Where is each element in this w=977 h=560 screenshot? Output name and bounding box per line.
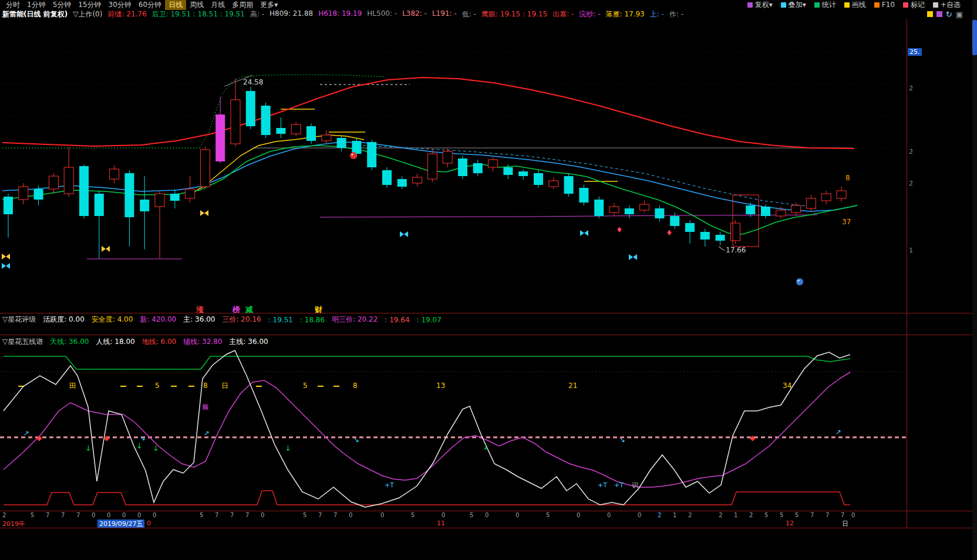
btn-add-watchlist[interactable]: +自选 [929, 0, 964, 10]
candle [761, 204, 770, 218]
candle-body-up [821, 194, 831, 201]
btn-mark-icon [903, 2, 908, 8]
btn-f10[interactable]: F10 [871, 0, 898, 10]
candle [609, 203, 619, 216]
btn-mark[interactable]: 标记 [899, 0, 928, 10]
axis-number: 5 [303, 512, 306, 518]
candle [564, 173, 574, 197]
candle-body-down [140, 200, 149, 211]
candle-body-down [215, 114, 225, 161]
btn-stats-label: 统计 [822, 0, 836, 10]
tab-1min[interactable]: 1分钟 [23, 0, 49, 10]
red-ma [2, 77, 854, 149]
candle-body-down [382, 170, 392, 185]
btn-overlay-icon [781, 2, 786, 8]
candle-body-up [64, 167, 73, 194]
right-axis-label: 2 [909, 180, 913, 187]
candle [776, 207, 786, 218]
candle-body-up [49, 176, 58, 189]
axis-number: 5 [200, 512, 203, 518]
candle [261, 103, 271, 138]
axis-number: 5 [780, 512, 783, 518]
wux_header-field-4: 辅线: 32.80 [183, 337, 222, 347]
refresh-icon[interactable]: ↻ [946, 10, 952, 19]
period-tabs: 分时1分钟5分钟15分钟30分钟60分钟日线周线月线多周期更多▾ [2, 0, 281, 10]
candle [49, 173, 58, 194]
candle [730, 220, 740, 244]
tab-multi-period[interactable]: 多周期 [228, 0, 257, 10]
tab-daily[interactable]: 日线 [165, 0, 186, 10]
info-field-8: 低: - [462, 9, 476, 19]
candle-body-up [489, 160, 498, 167]
candle-body-down [246, 91, 255, 126]
axis-number: 7 [318, 512, 322, 518]
candle [489, 157, 498, 171]
candle [685, 220, 695, 244]
yellow-square-icon[interactable] [927, 11, 933, 17]
chart-label: ↓ [136, 441, 143, 450]
axis-number: 2 [749, 512, 753, 518]
axis-number: 0 [442, 512, 445, 518]
candle-body-up [291, 124, 301, 134]
btn-stats[interactable]: 统计 [811, 0, 840, 10]
scrollbar[interactable] [972, 0, 977, 560]
tab-more[interactable]: 更多▾ [257, 0, 281, 10]
chart-label: 癫 [202, 403, 208, 411]
chart-label: ↗ [23, 429, 29, 437]
info-field-11: 浣纱: - [579, 9, 600, 19]
candle [534, 170, 543, 188]
btn-fuquan[interactable]: 复权▾ [744, 0, 776, 10]
candle [64, 147, 73, 197]
candle [427, 150, 437, 182]
chart-label: ↘ [353, 436, 359, 444]
candle [579, 185, 588, 205]
candle-body-down [594, 200, 604, 216]
toolbar-buttons: 复权▾叠加▾统计画线F10标记+自选 [744, 0, 972, 10]
candle [322, 130, 331, 144]
axis-number: 0 [516, 512, 519, 518]
wuxianpu-indicator-bar[interactable]: ▽星花五线谱天线: 36.00人线: 18.00地线: 6.00辅线: 32.8… [0, 337, 972, 347]
rating_row-field-10: : 19.07 [417, 316, 442, 324]
candle [110, 166, 119, 183]
tab-fenshi[interactable]: 分时 [2, 0, 23, 10]
btn-overlay[interactable]: 叠加▾ [777, 0, 810, 10]
candle [791, 203, 801, 216]
candle-body-down [655, 208, 664, 218]
candle [413, 174, 422, 187]
right-axis-label: 2 [909, 85, 913, 92]
tab-monthly[interactable]: 月线 [207, 0, 228, 10]
panel-divider-3 [0, 511, 972, 511]
purple-square-icon[interactable] [936, 11, 942, 17]
candle [625, 205, 634, 218]
tab-60min[interactable]: 60分钟 [135, 0, 165, 10]
tab-30min[interactable]: 30分钟 [105, 0, 135, 10]
btn-drawline[interactable]: 画线 [841, 0, 870, 10]
axis-number: 5 [546, 512, 550, 518]
candle-body-down [79, 166, 89, 216]
info-field-2: 高: - [250, 9, 264, 19]
candle [382, 167, 392, 188]
date-label: 0 [147, 519, 151, 527]
indicator-mode-label[interactable]: ▽上作(0) [73, 9, 102, 19]
chart-label: ♦ [666, 228, 673, 237]
candle-body-up [806, 198, 816, 208]
candle-body-down [367, 142, 376, 167]
btn-f10-label: F10 [882, 1, 895, 9]
btn-drawline-icon [844, 2, 850, 8]
btn-stats-icon [814, 2, 820, 8]
chart-label: 5 [155, 382, 160, 390]
rating-indicator-bar[interactable]: ▽星花评级活跃度: 0.00安全度: 4.00新: 420.00主: 36.00… [0, 315, 972, 325]
chart-label: ↗ [204, 429, 210, 437]
rating_row-field-5: 三价: 20.16 [222, 315, 261, 325]
scrollbar-thumb[interactable] [972, 20, 977, 55]
candle [124, 170, 134, 247]
candle [155, 191, 164, 258]
tab-weekly[interactable]: 周线 [186, 0, 207, 10]
window-icon[interactable]: ▣ [956, 10, 963, 19]
candle-body-up [322, 135, 331, 141]
axis-number: 0 [607, 512, 611, 518]
candle-body-up [640, 204, 649, 210]
tab-5min[interactable]: 5分钟 [49, 0, 75, 10]
candle-body-down [564, 176, 574, 194]
tab-15min[interactable]: 15分钟 [75, 0, 105, 10]
